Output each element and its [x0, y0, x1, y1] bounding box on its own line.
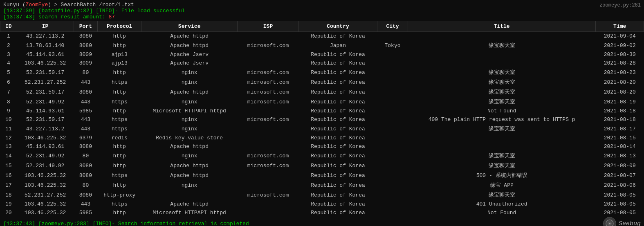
- cell-7: [377, 67, 408, 77]
- cell-9: 2021-08-05: [596, 200, 644, 208]
- cell-9: 2021-08-09: [596, 161, 644, 170]
- file-reference: zoomeye.py:281: [599, 2, 641, 8]
- cell-0: 20: [0, 208, 17, 217]
- seebug-svg: [606, 219, 614, 226]
- cell-4: Redis key-value store: [141, 134, 238, 142]
- cell-1: 43.227.113.2: [17, 124, 74, 134]
- cell-9: 2021-08-05: [596, 190, 644, 200]
- cell-2: 8080: [74, 161, 98, 170]
- cell-7: [377, 151, 408, 161]
- table-header-row: ID IP Port Protocol Service ISP Country …: [0, 21, 644, 32]
- cell-8: [408, 32, 595, 41]
- cell-0: 12: [0, 134, 17, 142]
- cell-9: 2021-08-14: [596, 142, 644, 151]
- cell-0: 8: [0, 97, 17, 107]
- cell-4: Microsoft HTTPAPI httpd: [141, 107, 238, 115]
- cell-3: http: [98, 142, 141, 151]
- cell-6: Republic of Korea: [298, 50, 377, 59]
- table-row: 752.231.50.178080httpApache httpdmicroso…: [0, 87, 644, 97]
- cell-1: 103.46.225.32: [17, 208, 74, 217]
- cell-7: [377, 77, 408, 87]
- cell-5: microsoft.com: [238, 87, 299, 97]
- cell-8: 500 - 系统内部错误: [408, 170, 595, 180]
- cell-4: Apache httpd: [141, 170, 238, 180]
- cell-3: ajp13: [98, 59, 141, 67]
- cell-7: [377, 124, 408, 134]
- cell-6: Republic of Korea: [298, 208, 377, 217]
- cell-1: 103.46.225.32: [17, 180, 74, 190]
- table-row: 1143.227.113.2443httpsnginxRepublic of K…: [0, 124, 644, 134]
- cell-7: [377, 107, 408, 115]
- table-row: 143.227.113.28080httpApache httpdRepubli…: [0, 32, 644, 41]
- col-header-country: Country: [298, 21, 377, 32]
- cell-0: 3: [0, 50, 17, 59]
- cell-0: 15: [0, 161, 17, 170]
- cell-8: Not Found: [408, 107, 595, 115]
- cell-8: 缘宝聊天室: [408, 161, 595, 170]
- cell-9: 2021-08-30: [596, 50, 644, 59]
- cell-7: [377, 200, 408, 208]
- cell-4: nginx: [141, 97, 238, 107]
- cell-0: 6: [0, 77, 17, 87]
- cell-6: Republic of Korea: [298, 97, 377, 107]
- col-header-title: Title: [408, 21, 595, 32]
- cell-4: nginx: [141, 115, 238, 124]
- table-row: 1552.231.49.928080httpApache httpdmicros…: [0, 161, 644, 170]
- cell-5: microsoft.com: [238, 67, 299, 77]
- cell-9: 2021-09-04: [596, 32, 644, 41]
- cell-5: microsoft.com: [238, 151, 299, 161]
- cell-5: microsoft.com: [238, 161, 299, 170]
- cell-5: microsoft.com: [238, 97, 299, 107]
- cell-9: 2021-08-20: [596, 77, 644, 87]
- cell-1: 103.46.225.32: [17, 134, 74, 142]
- cell-3: http-proxy: [98, 190, 141, 200]
- cell-4: Apache httpd: [141, 87, 238, 97]
- results-table: ID IP Port Protocol Service ISP Country …: [0, 21, 644, 217]
- table-row: 12103.46.225.326379redisRedis key-value …: [0, 134, 644, 142]
- cell-9: 2021-08-18: [596, 107, 644, 115]
- col-header-port: Port: [74, 21, 98, 32]
- cell-8: 缘宝聊天室: [408, 124, 595, 134]
- cell-6: Republic of Korea: [298, 180, 377, 190]
- cell-2: 8009: [74, 50, 98, 59]
- cell-1: 43.227.113.2: [17, 32, 74, 41]
- info-line-2-text: [13:37:43] search result amount:: [3, 14, 108, 20]
- cell-8: 缘宝聊天室: [408, 87, 595, 97]
- cell-5: [238, 170, 299, 180]
- cell-4: Apache Jserv: [141, 59, 238, 67]
- cell-2: 5985: [74, 208, 98, 217]
- cell-0: 9: [0, 107, 17, 115]
- cell-5: microsoft.com: [238, 40, 299, 50]
- cell-5: [238, 180, 299, 190]
- cell-2: 8080: [74, 142, 98, 151]
- cell-3: http: [98, 151, 141, 161]
- cell-0: 14: [0, 151, 17, 161]
- cell-8: [408, 50, 595, 59]
- cell-8: 400 The plain HTTP request was sent to H…: [408, 115, 595, 124]
- cell-7: [377, 32, 408, 41]
- cell-5: microsoft.com: [238, 77, 299, 87]
- cell-8: 缘宝聊天室: [408, 97, 595, 107]
- cell-4: Microsoft HTTPAPI httpd: [141, 208, 238, 217]
- cell-4: nginx: [141, 180, 238, 190]
- top-left: Kunyu (ZoomEye) > SearchBatch /root/1.tx…: [3, 2, 185, 20]
- cell-1: 45.114.93.61: [17, 142, 74, 151]
- cell-2: 443: [74, 77, 98, 87]
- table-row: 16103.46.225.328080httpsApache httpdRepu…: [0, 170, 644, 180]
- col-header-protocol: Protocol: [98, 21, 141, 32]
- cell-7: [377, 180, 408, 190]
- cell-9: 2021-08-23: [596, 67, 644, 77]
- cell-7: [377, 208, 408, 217]
- cell-9: 2021-08-18: [596, 115, 644, 124]
- cell-8: 401 Unauthorized: [408, 200, 595, 208]
- cell-0: 7: [0, 87, 17, 97]
- cell-6: Republic of Korea: [298, 124, 377, 134]
- cell-5: [238, 32, 299, 41]
- cell-2: 8080: [74, 40, 98, 50]
- cell-2: 6379: [74, 134, 98, 142]
- cell-3: http: [98, 87, 141, 97]
- table-row: 1052.231.50.17443httpsnginxmicrosoft.com…: [0, 115, 644, 124]
- cell-3: https: [98, 97, 141, 107]
- cell-2: 443: [74, 200, 98, 208]
- cell-4: Apache httpd: [141, 200, 238, 208]
